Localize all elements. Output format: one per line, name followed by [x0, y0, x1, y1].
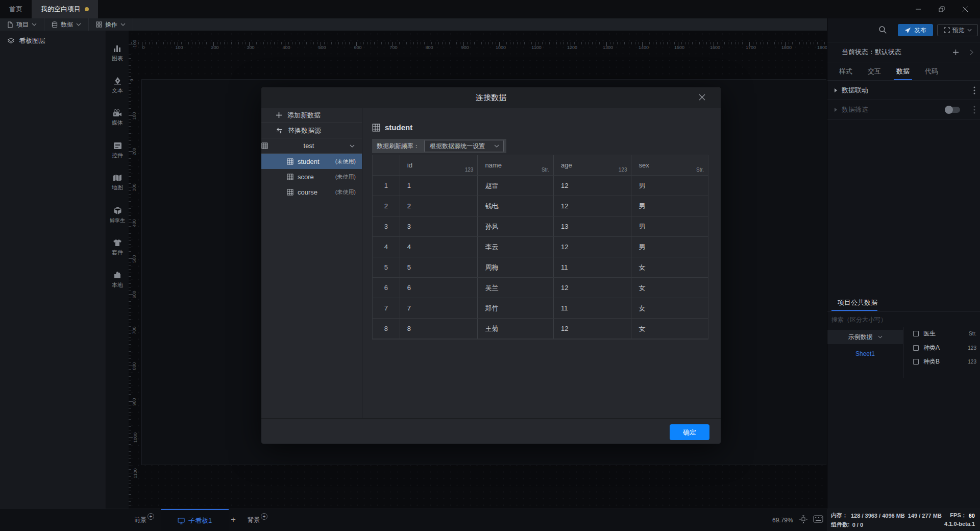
chevron-right-icon[interactable] [970, 50, 973, 55]
publish-button[interactable]: 发布 [898, 24, 933, 36]
ruler-tick [129, 169, 131, 170]
layers-panel-header[interactable]: 看板图层 [0, 31, 106, 51]
ruler-label: 800 [425, 45, 433, 50]
section-数据筛选[interactable]: 数据筛选 [827, 100, 980, 119]
ruler-tick [471, 42, 471, 44]
common-data-search-input[interactable]: 搜索（区分大小写） [831, 316, 976, 324]
ruler-tick [129, 190, 131, 191]
ruler-label: 1300 [603, 45, 613, 50]
refresh-frequency-value: 根据数据源统一设置 [430, 142, 494, 151]
menu-item-项目[interactable]: 项目 [0, 18, 44, 31]
ruler-tick [156, 42, 157, 44]
action-label: 替换数据源 [288, 126, 321, 135]
ruler-label: 200 [211, 45, 218, 50]
add-state-icon[interactable] [952, 49, 959, 56]
search-icon[interactable] [878, 26, 887, 34]
ruler-tick [129, 176, 131, 177]
ruler-tick [292, 42, 292, 44]
refresh-frequency-select[interactable]: 根据数据源统一设置 [424, 140, 504, 152]
library-item-widget[interactable]: 控件 [106, 137, 129, 164]
ruler-tick [129, 123, 131, 123]
menu-item-操作[interactable]: 操作 [89, 18, 133, 31]
fit-screen-icon[interactable] [799, 515, 808, 524]
current-state-row[interactable]: 当前状态： 默认状态 [827, 42, 980, 62]
ruler-tick [760, 42, 761, 44]
ruler-tick [129, 262, 131, 262]
field-row-医生[interactable]: 医生Str. [903, 327, 980, 341]
checkbox-icon[interactable] [913, 331, 919, 336]
action-plus[interactable]: 添加新数据 [261, 108, 362, 123]
restore-button[interactable] [930, 0, 953, 18]
field-row-种类B[interactable]: 种类B123 [903, 355, 980, 369]
data-source-select[interactable]: 示例数据 [827, 330, 903, 344]
ruler-tick [129, 119, 131, 119]
menu-item-数据[interactable]: 数据 [44, 18, 89, 31]
checkbox-icon[interactable] [913, 345, 919, 351]
library-item-text[interactable]: 文本 [106, 73, 129, 99]
window-tab-label: 我的空白项目 [41, 5, 81, 14]
action-swap[interactable]: 替换数据源 [261, 123, 362, 138]
ruler-label: 1100 [133, 468, 138, 478]
sheet-item[interactable]: Sheet1 [827, 347, 903, 360]
ruler-tick [129, 484, 131, 484]
checkbox-icon[interactable] [913, 359, 919, 365]
ruler-tick [674, 42, 675, 44]
keyboard-icon[interactable] [813, 515, 823, 523]
window-tab-home[interactable]: 首页 [0, 0, 32, 18]
minimize-button[interactable] [906, 0, 930, 18]
ruler-tick [129, 458, 131, 459]
ruler-label: 1100 [531, 45, 541, 50]
ruler-label: 600 [354, 45, 361, 50]
library-item-map[interactable]: 地图 [106, 170, 129, 196]
table-item-course[interactable]: course(未使用) [261, 184, 362, 200]
ruler-tick [564, 42, 564, 44]
confirm-button[interactable]: 确定 [670, 424, 709, 440]
library-item-local[interactable]: 本地 [106, 267, 129, 294]
field-row-种类A[interactable]: 种类A123 [903, 341, 980, 355]
zoom-percentage[interactable]: 69.79% [772, 517, 793, 524]
data-source-name: 示例数据 [848, 333, 873, 342]
table-item-score[interactable]: score(未使用) [261, 169, 362, 184]
tab-样式[interactable]: 样式 [836, 63, 856, 80]
add-background-icon[interactable]: + [261, 513, 267, 520]
library-item-cube[interactable]: 鲸孪生 [106, 202, 129, 229]
foreground-group[interactable]: 前景 + [134, 516, 154, 524]
kebab-menu-icon[interactable] [973, 86, 975, 94]
chevron-down-icon [494, 144, 499, 148]
ruler-tick [374, 42, 375, 44]
table-cell: 孙风 [478, 216, 554, 236]
table-cell: 13 [554, 216, 632, 236]
window-tab-project[interactable]: 我的空白项目 [32, 0, 98, 18]
source-node-test[interactable]: test [261, 138, 362, 154]
toggle-off[interactable] [946, 107, 960, 113]
ruler-tick [129, 101, 131, 102]
chevron-down-icon [32, 23, 37, 26]
table-item-name: score [298, 173, 314, 181]
add-board-button[interactable]: + [231, 515, 236, 525]
add-foreground-icon[interactable]: + [148, 513, 154, 520]
tab-交互[interactable]: 交互 [864, 63, 885, 80]
tab-数据[interactable]: 数据 [893, 63, 913, 80]
library-item-media[interactable]: 媒体 [106, 105, 129, 131]
ruler-tick [624, 42, 625, 44]
library-item-chart[interactable]: 图表 [106, 40, 129, 66]
fps-label: FPS： [950, 512, 966, 519]
ruler-tick [310, 42, 310, 44]
table-item-student[interactable]: student(未使用) [261, 154, 362, 169]
section-数据联动[interactable]: 数据联动 [827, 81, 980, 100]
tab-underline [831, 310, 877, 311]
ruler-tick [129, 126, 131, 127]
refresh-frequency-label: 数据刷新频率： [372, 142, 424, 151]
ruler-tick [129, 505, 131, 505]
board-tab-active[interactable]: 子看板1 [161, 509, 229, 531]
tab-代码[interactable]: 代码 [921, 63, 942, 80]
library-item-kit[interactable]: 套件 [106, 234, 129, 261]
preview-button[interactable]: 预览 [937, 24, 978, 36]
background-group[interactable]: 背景 + [248, 516, 267, 524]
tab-project-common-data[interactable]: 项目公共数据 [838, 298, 877, 307]
ruler-tick [129, 348, 131, 348]
close-window-button[interactable] [953, 0, 977, 18]
close-icon[interactable] [699, 94, 705, 101]
ruler-tick [129, 173, 131, 173]
kebab-menu-icon[interactable] [973, 106, 975, 114]
